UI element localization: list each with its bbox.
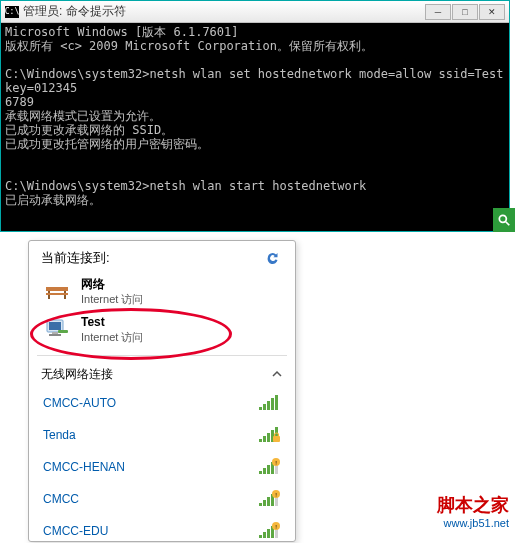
wireless-section-title: 无线网络连接 (41, 366, 113, 383)
watermark-link[interactable]: www.jb51.net (437, 517, 509, 529)
wifi-name: CMCC-AUTO (43, 396, 116, 410)
network-name: Test (81, 315, 143, 330)
svg-rect-10 (58, 330, 68, 333)
cmd-output[interactable]: Microsoft Windows [版本 6.1.7601] 版权所有 <c>… (1, 23, 509, 231)
svg-rect-18 (267, 433, 270, 442)
command-prompt-window: C:\ 管理员: 命令提示符 ─ □ ✕ Microsoft Windows [… (0, 0, 510, 232)
signal-icon: ! (259, 490, 281, 508)
search-tab[interactable] (493, 208, 515, 232)
close-button[interactable]: ✕ (479, 4, 505, 20)
svg-point-0 (499, 215, 506, 222)
wifi-name: CMCC (43, 492, 79, 506)
net-header-title: 当前连接到: (41, 249, 110, 267)
svg-rect-8 (52, 332, 58, 334)
svg-rect-38 (263, 532, 266, 538)
svg-rect-30 (259, 503, 262, 506)
signal-icon: ! (259, 522, 281, 540)
wifi-item[interactable]: CMCC! (29, 483, 295, 515)
minimize-button[interactable]: ─ (425, 4, 451, 20)
svg-rect-32 (267, 497, 270, 506)
svg-rect-37 (259, 535, 262, 538)
magnify-icon (497, 213, 511, 227)
svg-rect-12 (263, 404, 266, 410)
hosted-network-item[interactable]: Test Internet 访问 (33, 311, 291, 349)
network-flyout: 当前连接到: 网络 Internet 访问 Test Internet 访问 (28, 240, 296, 542)
signal-icon: ! (259, 458, 281, 476)
svg-rect-5 (46, 293, 68, 295)
wifi-item[interactable]: CMCC-AUTO (29, 387, 295, 419)
svg-rect-25 (267, 465, 270, 474)
watermark: 脚本之家 www.jb51.net (437, 493, 509, 529)
svg-rect-23 (259, 471, 262, 474)
refresh-icon (265, 251, 283, 265)
svg-rect-24 (263, 468, 266, 474)
divider (37, 355, 287, 356)
wifi-name: Tenda (43, 428, 76, 442)
svg-rect-16 (259, 439, 262, 442)
svg-rect-11 (259, 407, 262, 410)
network-status: Internet 访问 (81, 292, 143, 307)
signal-icon (259, 394, 281, 412)
svg-rect-17 (263, 436, 266, 442)
svg-rect-2 (46, 287, 68, 291)
wifi-item[interactable]: Tenda (29, 419, 295, 451)
watermark-text: 脚本之家 (437, 495, 509, 515)
wifi-item[interactable]: CMCC-EDU! (29, 515, 295, 543)
cmd-title: 管理员: 命令提示符 (23, 3, 126, 20)
network-status: Internet 访问 (81, 330, 143, 345)
svg-rect-13 (267, 401, 270, 410)
svg-line-1 (506, 222, 510, 226)
computer-icon (43, 316, 71, 344)
refresh-button[interactable] (265, 251, 283, 265)
wifi-name: CMCC-HENAN (43, 460, 125, 474)
cmd-icon: C:\ (5, 6, 19, 18)
svg-rect-7 (49, 322, 61, 330)
svg-rect-31 (263, 500, 266, 506)
wired-network-item[interactable]: 网络 Internet 访问 (33, 273, 291, 311)
wireless-list: CMCC-AUTOTendaCMCC-HENAN!CMCC!CMCC-EDU! (29, 387, 295, 543)
wifi-item[interactable]: CMCC-HENAN! (29, 451, 295, 483)
cmd-titlebar[interactable]: C:\ 管理员: 命令提示符 ─ □ ✕ (1, 1, 509, 23)
bench-icon (43, 278, 71, 306)
svg-rect-39 (267, 529, 270, 538)
signal-icon (259, 426, 281, 444)
svg-rect-15 (275, 395, 278, 410)
wifi-name: CMCC-EDU (43, 524, 108, 538)
collapse-chevron-icon[interactable] (271, 368, 283, 382)
svg-rect-9 (49, 334, 61, 336)
svg-rect-14 (271, 398, 274, 410)
network-name: 网络 (81, 277, 143, 292)
maximize-button[interactable]: □ (452, 4, 478, 20)
